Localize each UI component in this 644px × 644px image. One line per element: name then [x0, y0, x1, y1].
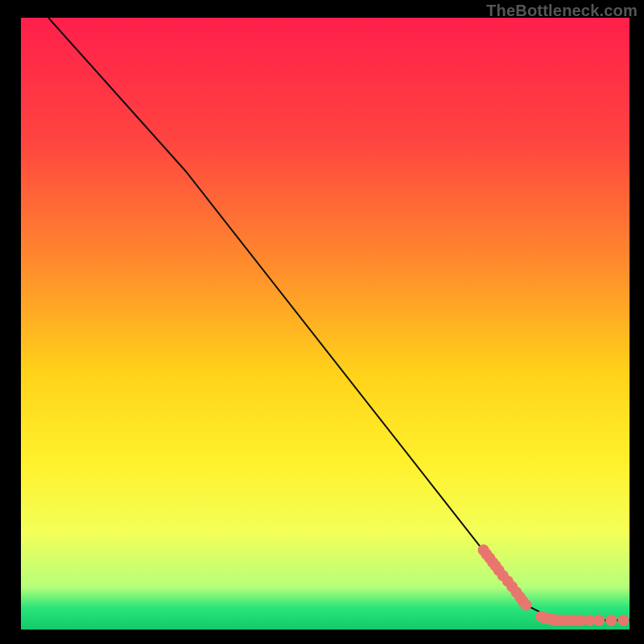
- bottleneck-chart: [0, 0, 644, 644]
- watermark-text: TheBottleneck.com: [486, 2, 638, 20]
- plot-area-gradient: [21, 18, 630, 630]
- scatter-point: [520, 600, 531, 611]
- scatter-point: [593, 615, 605, 626]
- scatter-point: [605, 615, 617, 626]
- scatter-point: [617, 615, 629, 626]
- chart-container: TheBottleneck.com: [0, 0, 644, 644]
